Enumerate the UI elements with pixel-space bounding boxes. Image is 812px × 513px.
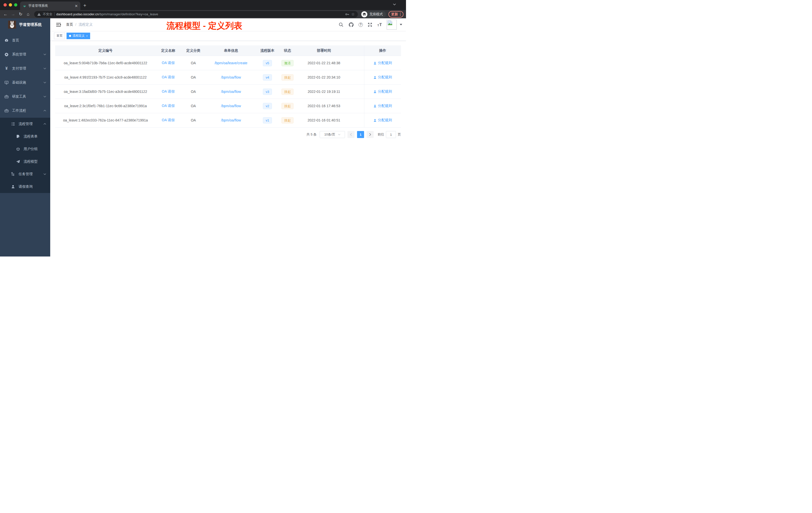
deploy-time: 2022-01-22 19:19:11 bbox=[296, 90, 351, 94]
deploy-time: 2022-01-16 01:40:51 bbox=[296, 118, 351, 122]
status-badge: 挂起 bbox=[282, 89, 293, 95]
help-icon[interactable]: ? bbox=[358, 23, 363, 27]
tag-process-definition[interactable]: 流程定义 × bbox=[66, 33, 90, 39]
browser-menu-icon[interactable] bbox=[400, 12, 401, 16]
minimize-window-button[interactable] bbox=[9, 3, 12, 6]
goto-page-input[interactable] bbox=[386, 131, 396, 138]
definition-id: oa_leave:3:1fad3d93-7b75-11ec-a3c8-acde4… bbox=[55, 90, 156, 94]
tag-close-icon[interactable]: × bbox=[86, 34, 88, 37]
tag-home[interactable]: 首页 bbox=[54, 33, 65, 39]
chrome-update-button[interactable]: 更新 bbox=[388, 11, 404, 18]
bookmark-star-icon[interactable]: ☆ bbox=[351, 12, 355, 16]
incognito-icon bbox=[361, 11, 367, 17]
paper-plane-icon bbox=[16, 160, 20, 163]
sidebar-item-process-mgmt[interactable]: 流程管理 bbox=[0, 118, 50, 130]
update-label: 更新 bbox=[391, 12, 398, 17]
table-row: oa_leave:3:1fad3d93-7b75-11ec-a3c8-acde4… bbox=[55, 85, 401, 99]
search-icon[interactable] bbox=[339, 22, 344, 27]
status-badge: 激活 bbox=[282, 60, 293, 66]
page-number-button[interactable]: 1 bbox=[357, 131, 364, 138]
sidebar-item-leave-query[interactable]: 请假查询 bbox=[0, 180, 50, 193]
tree-icon bbox=[11, 172, 15, 176]
definition-name-link[interactable]: OA 请假 bbox=[162, 75, 174, 79]
key-icon[interactable] bbox=[345, 12, 349, 16]
browser-tab[interactable]: 芋道管理系统 ✕ bbox=[20, 1, 80, 10]
fullscreen-icon[interactable] bbox=[367, 22, 373, 27]
sidebar-item-process-model[interactable]: 流程模型 bbox=[0, 155, 50, 168]
back-icon[interactable]: ← bbox=[2, 12, 8, 16]
definition-id: oa_leave:1:482ec033-762a-11ec-8477-a2380… bbox=[55, 118, 156, 122]
sidebar-logo[interactable]: 芋道管理系统 bbox=[0, 18, 50, 31]
form-link[interactable]: /bpm/oa/flow bbox=[221, 75, 241, 79]
close-window-button[interactable] bbox=[3, 3, 7, 6]
avatar[interactable] bbox=[387, 20, 397, 30]
deploy-time: 2022-01-22 20:34:10 bbox=[296, 75, 351, 79]
sidebar-menu: 首页 系统管理 ¥ 支付管理 bbox=[0, 33, 50, 193]
breadcrumb-home-link[interactable]: 首页 bbox=[66, 22, 73, 27]
table-row: oa_leave:5:004b710b-7b8a-11ec-8ef0-acde4… bbox=[55, 56, 401, 70]
font-size-icon[interactable]: TT bbox=[377, 23, 382, 27]
assign-rule-link[interactable]: 分配规则 bbox=[373, 104, 392, 108]
reload-icon[interactable]: ↻ bbox=[18, 12, 24, 16]
breadcrumb: 首页 / 流程定义 bbox=[66, 22, 93, 27]
assign-rule-link[interactable]: 分配规则 bbox=[373, 89, 392, 94]
url-separator bbox=[54, 12, 55, 16]
form-link[interactable]: /bpm/oa/flow bbox=[221, 90, 241, 94]
app-navbar: 首页 / 流程定义 流程模型 - 定义列表 ? TT bbox=[50, 18, 406, 31]
assign-rule-link[interactable]: 分配规则 bbox=[373, 118, 392, 122]
next-page-button[interactable] bbox=[367, 131, 374, 138]
form-link[interactable]: /bpm/oa/leave/create bbox=[215, 61, 248, 65]
sidebar-item-payment[interactable]: ¥ 支付管理 bbox=[0, 61, 50, 76]
url-text: dashboard.yudao.iocoder.cn/bpm/manager/d… bbox=[56, 12, 343, 16]
form-link[interactable]: /bpm/oa/flow bbox=[221, 118, 241, 122]
zoom-window-button[interactable] bbox=[14, 3, 17, 6]
pagination-total: 共 5 条 bbox=[307, 132, 317, 137]
definition-name-link[interactable]: OA 请假 bbox=[162, 61, 174, 65]
browser-window: 芋道管理系统 ✕ + ← → ↻ ⌂ 不安全 dashboard.yudao.i… bbox=[0, 0, 406, 256]
breadcrumb-current: 流程定义 bbox=[79, 22, 93, 27]
home-icon[interactable]: ⌂ bbox=[25, 12, 31, 16]
version-badge: v4 bbox=[263, 74, 272, 81]
sidebar-item-workflow[interactable]: 工作流程 bbox=[0, 104, 50, 118]
assign-rule-link[interactable]: 分配规则 bbox=[373, 75, 392, 80]
chevron-up-icon bbox=[44, 110, 46, 112]
tab-title: 芋道管理系统 bbox=[28, 3, 72, 8]
sidebar-collapse-icon[interactable] bbox=[54, 23, 63, 27]
definition-name-link[interactable]: OA 请假 bbox=[162, 89, 174, 93]
dashboard-icon bbox=[4, 38, 8, 42]
table-row: oa_leave:2:3c1f0ef1-76b1-11ec-9c66-a2380… bbox=[55, 99, 401, 113]
forward-icon[interactable]: → bbox=[10, 12, 16, 16]
definition-id: oa_leave:2:3c1f0ef1-76b1-11ec-9c66-a2380… bbox=[55, 104, 156, 108]
sidebar-item-user-group[interactable]: 用户分组 bbox=[0, 143, 50, 155]
chevron-down-icon bbox=[338, 134, 341, 135]
definition-name-link[interactable]: OA 请假 bbox=[162, 104, 174, 108]
chevron-down-icon bbox=[44, 54, 46, 56]
prev-page-button[interactable] bbox=[348, 131, 354, 138]
incognito-label: 无痕模式 bbox=[369, 12, 383, 17]
robot-icon bbox=[16, 147, 20, 151]
browser-tabstrip: 芋道管理系统 ✕ + bbox=[0, 0, 406, 10]
breadcrumb-separator: / bbox=[75, 23, 76, 27]
page-size-select[interactable]: 10条/页 bbox=[320, 131, 345, 138]
table-header-row: 定义编号 定义名称 定义分类 表单信息 流程版本 状态 部署时间 操作 bbox=[55, 46, 401, 56]
definition-category: OA bbox=[181, 90, 206, 94]
form-link[interactable]: /bpm/oa/flow bbox=[221, 104, 241, 108]
sidebar-item-home[interactable]: 首页 bbox=[0, 33, 50, 48]
avatar-caret-icon[interactable] bbox=[400, 24, 402, 25]
sidebar-item-process-form[interactable]: 流程表单 bbox=[0, 130, 50, 143]
assign-rule-link[interactable]: 分配规则 bbox=[373, 61, 392, 65]
status-badge: 挂起 bbox=[282, 74, 293, 81]
sidebar-item-system[interactable]: 系统管理 bbox=[0, 48, 50, 61]
user-icon bbox=[11, 185, 15, 189]
tab-close-icon[interactable]: ✕ bbox=[75, 4, 78, 8]
tab-search-chevron-icon[interactable] bbox=[393, 3, 396, 5]
sidebar-item-infra[interactable]: 基础设施 bbox=[0, 76, 50, 90]
address-bar[interactable]: 不安全 dashboard.yudao.iocoder.cn/bpm/manag… bbox=[34, 11, 358, 18]
list-tree-icon bbox=[11, 122, 15, 126]
sidebar-item-task-mgmt[interactable]: 任务管理 bbox=[0, 168, 50, 180]
github-icon[interactable] bbox=[348, 22, 354, 27]
gear-icon bbox=[4, 53, 8, 57]
definition-name-link[interactable]: OA 请假 bbox=[162, 118, 174, 122]
new-tab-button[interactable]: + bbox=[83, 3, 86, 8]
sidebar-item-devtools[interactable]: 研发工具 bbox=[0, 90, 50, 104]
